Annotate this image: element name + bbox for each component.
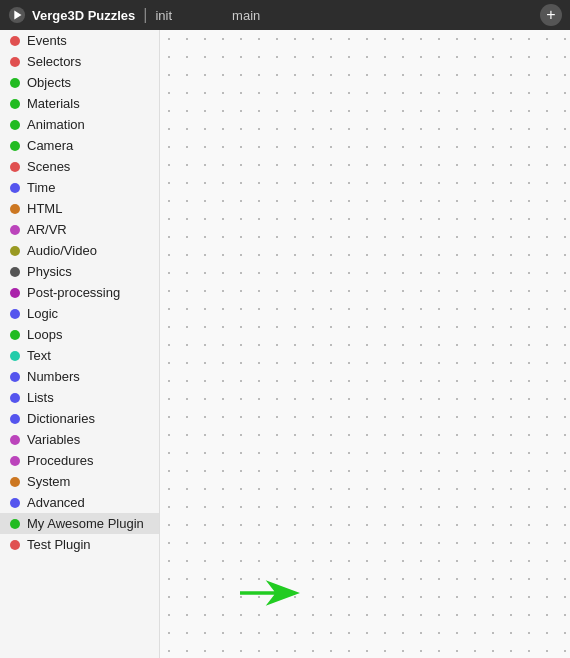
sidebar-item-label: Procedures bbox=[27, 453, 93, 468]
sidebar-item-label: Physics bbox=[27, 264, 72, 279]
sidebar-dot bbox=[10, 330, 20, 340]
sidebar-item-ar/vr[interactable]: AR/VR bbox=[0, 219, 159, 240]
sidebar-item-text[interactable]: Text bbox=[0, 345, 159, 366]
sidebar-item-label: Objects bbox=[27, 75, 71, 90]
sidebar-item-label: Animation bbox=[27, 117, 85, 132]
arrow-icon bbox=[240, 578, 300, 608]
sidebar-dot bbox=[10, 246, 20, 256]
header: Verge3D Puzzles | init main + bbox=[0, 0, 570, 30]
sidebar-item-advanced[interactable]: Advanced bbox=[0, 492, 159, 513]
sidebar-item-label: Events bbox=[27, 33, 67, 48]
sidebar-dot bbox=[10, 162, 20, 172]
sidebar-item-objects[interactable]: Objects bbox=[0, 72, 159, 93]
sidebar-item-loops[interactable]: Loops bbox=[0, 324, 159, 345]
canvas-area bbox=[160, 30, 570, 658]
sidebar-item-logic[interactable]: Logic bbox=[0, 303, 159, 324]
sidebar-dot bbox=[10, 36, 20, 46]
sidebar-item-label: Variables bbox=[27, 432, 80, 447]
sidebar: EventsSelectorsObjectsMaterialsAnimation… bbox=[0, 30, 160, 658]
sidebar-dot bbox=[10, 414, 20, 424]
sidebar-dot bbox=[10, 141, 20, 151]
sidebar-dot bbox=[10, 519, 20, 529]
sidebar-item-my-awesome-plugin[interactable]: My Awesome Plugin bbox=[0, 513, 159, 534]
sidebar-item-label: Test Plugin bbox=[27, 537, 91, 552]
sidebar-item-variables[interactable]: Variables bbox=[0, 429, 159, 450]
sidebar-item-camera[interactable]: Camera bbox=[0, 135, 159, 156]
sidebar-item-label: Post-processing bbox=[27, 285, 120, 300]
sidebar-dot bbox=[10, 99, 20, 109]
sidebar-dot bbox=[10, 393, 20, 403]
sidebar-item-html[interactable]: HTML bbox=[0, 198, 159, 219]
sidebar-dot bbox=[10, 288, 20, 298]
sidebar-item-materials[interactable]: Materials bbox=[0, 93, 159, 114]
sidebar-dot bbox=[10, 435, 20, 445]
sidebar-item-audio/video[interactable]: Audio/Video bbox=[0, 240, 159, 261]
sidebar-item-label: Selectors bbox=[27, 54, 81, 69]
sidebar-item-numbers[interactable]: Numbers bbox=[0, 366, 159, 387]
sidebar-dot bbox=[10, 183, 20, 193]
sidebar-item-label: Advanced bbox=[27, 495, 85, 510]
sidebar-dot bbox=[10, 477, 20, 487]
add-tab-button[interactable]: + bbox=[540, 4, 562, 26]
sidebar-item-label: Time bbox=[27, 180, 55, 195]
sidebar-item-label: HTML bbox=[27, 201, 62, 216]
sidebar-item-animation[interactable]: Animation bbox=[0, 114, 159, 135]
sidebar-item-label: Text bbox=[27, 348, 51, 363]
sidebar-item-time[interactable]: Time bbox=[0, 177, 159, 198]
sidebar-item-post-processing[interactable]: Post-processing bbox=[0, 282, 159, 303]
sidebar-item-scenes[interactable]: Scenes bbox=[0, 156, 159, 177]
app-title: Verge3D Puzzles bbox=[32, 8, 135, 23]
sidebar-dot bbox=[10, 456, 20, 466]
header-divider: | bbox=[143, 6, 147, 24]
sidebar-dot bbox=[10, 351, 20, 361]
sidebar-dot bbox=[10, 372, 20, 382]
sidebar-dot bbox=[10, 78, 20, 88]
sidebar-item-label: Scenes bbox=[27, 159, 70, 174]
sidebar-dot bbox=[10, 120, 20, 130]
sidebar-item-label: AR/VR bbox=[27, 222, 67, 237]
sidebar-item-label: Materials bbox=[27, 96, 80, 111]
sidebar-item-label: Numbers bbox=[27, 369, 80, 384]
sidebar-item-label: Lists bbox=[27, 390, 54, 405]
sidebar-item-label: Loops bbox=[27, 327, 62, 342]
sidebar-item-label: My Awesome Plugin bbox=[27, 516, 144, 531]
sidebar-item-physics[interactable]: Physics bbox=[0, 261, 159, 282]
sidebar-dot bbox=[10, 267, 20, 277]
sidebar-item-label: System bbox=[27, 474, 70, 489]
sidebar-item-label: Dictionaries bbox=[27, 411, 95, 426]
arrow-indicator bbox=[240, 578, 300, 608]
sidebar-dot bbox=[10, 309, 20, 319]
sidebar-item-label: Logic bbox=[27, 306, 58, 321]
sidebar-item-procedures[interactable]: Procedures bbox=[0, 450, 159, 471]
sidebar-item-system[interactable]: System bbox=[0, 471, 159, 492]
sidebar-dot bbox=[10, 225, 20, 235]
sidebar-item-dictionaries[interactable]: Dictionaries bbox=[0, 408, 159, 429]
sidebar-item-lists[interactable]: Lists bbox=[0, 387, 159, 408]
tab-main[interactable]: main bbox=[232, 8, 260, 23]
main-container: EventsSelectorsObjectsMaterialsAnimation… bbox=[0, 30, 570, 658]
sidebar-dot bbox=[10, 57, 20, 67]
tab-init[interactable]: init bbox=[155, 8, 172, 23]
sidebar-dot bbox=[10, 498, 20, 508]
logo-icon bbox=[8, 6, 26, 24]
sidebar-item-label: Audio/Video bbox=[27, 243, 97, 258]
sidebar-dot bbox=[10, 204, 20, 214]
sidebar-item-label: Camera bbox=[27, 138, 73, 153]
sidebar-item-events[interactable]: Events bbox=[0, 30, 159, 51]
svg-marker-2 bbox=[240, 580, 300, 606]
sidebar-item-selectors[interactable]: Selectors bbox=[0, 51, 159, 72]
sidebar-dot bbox=[10, 540, 20, 550]
sidebar-item-test-plugin[interactable]: Test Plugin bbox=[0, 534, 159, 555]
